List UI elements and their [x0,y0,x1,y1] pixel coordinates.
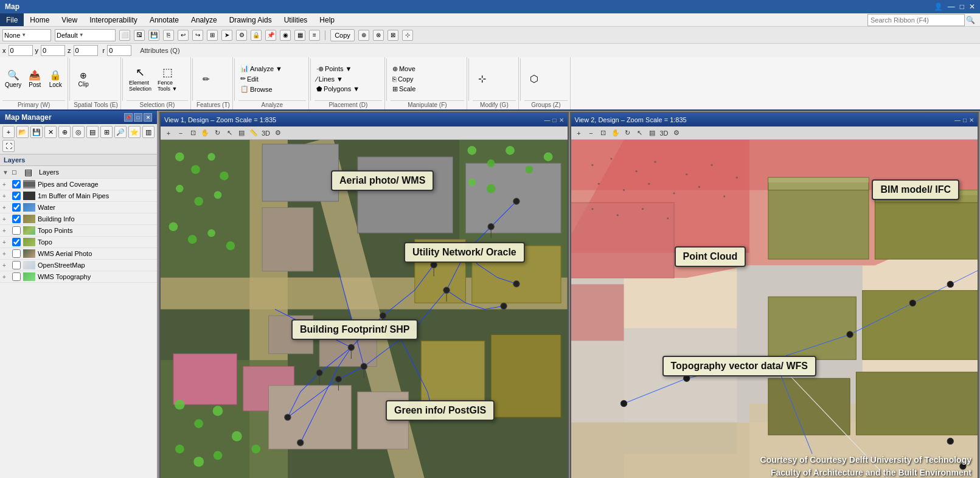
menu-utilities[interactable]: Utilities [278,13,314,26]
ribbon-search-input[interactable] [867,14,965,26]
v2-zoom-in[interactable]: + [574,128,585,139]
toolbar-more-1[interactable]: ⊕ [358,30,369,41]
z-input[interactable]: 0 [74,45,98,56]
lines-btn[interactable]: ⁄ Lines ▼ [315,75,361,83]
menu-help[interactable]: Help [313,13,341,26]
layer-item-topo[interactable]: + Topo [0,237,157,248]
scale-btn[interactable]: ⊞ Scale [391,85,418,94]
view2-close[interactable]: ✕ [969,117,974,123]
layer-tool-10[interactable]: ⭐ [128,126,141,138]
post-button[interactable]: 📤 Post [25,68,44,89]
toolbar-icon-7[interactable]: ⊞ [207,30,218,41]
layer-tool-8[interactable]: ⊞ [100,126,113,138]
edit-btn[interactable]: ✏ Edit [238,74,284,83]
features-btn-1[interactable]: ✏ [196,73,216,85]
window-controls[interactable]: 👤 — □ ✕ [934,2,975,11]
layer-item-wms-topo[interactable]: + WMS Topography [0,271,157,283]
menu-drawing-aids[interactable]: Drawing Aids [223,13,278,26]
save-layer-btn[interactable]: 💾 [30,126,43,138]
element-selection-button[interactable]: ↖ ElementSelection [127,64,154,93]
view1-content[interactable]: Aerial photo/ WMS Utility Network/ Oracl… [161,140,568,478]
layer-tool-9[interactable]: 🔎 [114,126,127,138]
layer-item-layers[interactable]: ▼ □ ▤ Layers [0,166,157,179]
building-checkbox[interactable] [12,215,21,223]
layer-item-osm[interactable]: + OpenStreetMap [0,260,157,271]
menu-view[interactable]: View [55,13,83,26]
v1-measure[interactable]: 📏 [248,128,259,139]
panel-float-btn[interactable]: □ [134,113,142,122]
query-button[interactable]: 🔍 Query [2,68,24,89]
toolbar-icon-9[interactable]: ⚙ [236,30,247,41]
pipes-checkbox[interactable] [12,180,21,189]
none-dropdown[interactable]: None ▼ [2,29,51,41]
toolbar-icon-2[interactable]: 🖫 [134,30,145,41]
v2-layers[interactable]: ▤ [647,128,658,139]
v1-settings[interactable]: ⚙ [273,128,283,139]
new-layer-btn[interactable]: + [2,126,15,138]
layer-item-topo-points[interactable]: + Topo Points [0,225,157,237]
maximize-btn[interactable]: □ [960,2,964,11]
minimize-btn[interactable]: — [948,2,955,11]
buffer-checkbox[interactable] [12,192,21,200]
default-dropdown[interactable]: Default ▼ [55,29,116,41]
layer-item-pipes[interactable]: + Pipes and Coverage [0,179,157,190]
copy-btn-ribbon[interactable]: ⎘ Copy [391,75,418,83]
panel-close-btn[interactable]: ✕ [144,113,152,122]
v2-rotate[interactable]: ↻ [622,128,633,139]
v1-layers[interactable]: ▤ [236,128,247,139]
menu-annotate[interactable]: Annotate [144,13,185,26]
toolbar-more-4[interactable]: ⊹ [402,30,413,41]
water-checkbox[interactable] [12,203,21,212]
toolbar-icon-14[interactable]: ≡ [309,30,320,41]
r-input[interactable]: 0 [107,45,131,56]
menu-file[interactable]: File [0,13,24,26]
v2-select[interactable]: ↖ [634,128,645,139]
view2-content[interactable]: BIM model/ IFC Point Cloud Topography ve… [571,140,978,478]
layer-tool-11[interactable]: ▥ [142,126,155,138]
menu-home[interactable]: Home [24,13,55,26]
view1-minimize[interactable]: — [544,117,550,123]
v2-3d[interactable]: 3D [659,128,670,139]
open-layer-btn[interactable]: 📂 [16,126,29,138]
toolbar-icon-3[interactable]: 💾 [148,30,159,41]
spatial-tool-1[interactable]: ⊕ Clip [74,69,93,89]
lock-button[interactable]: 🔒 Lock [46,68,65,89]
v1-rotate[interactable]: ↻ [212,128,223,139]
toolbar-icon-4[interactable]: ⎘ [163,30,174,41]
user-icon[interactable]: 👤 [934,2,943,11]
osm-checkbox[interactable] [12,261,21,269]
toolbar-icon-10[interactable]: 🔒 [251,30,262,41]
layer-item-wms-aerial[interactable]: + WMS Aerial Photo [0,248,157,260]
toolbar-icon-1[interactable]: ⬜ [119,30,130,41]
panel-pin-btn[interactable]: 📌 [124,113,133,122]
delete-layer-btn[interactable]: ✕ [44,126,57,138]
v2-zoom-out[interactable]: − [586,128,597,139]
toolbar-icon-12[interactable]: ◉ [280,30,291,41]
layer-tool-12[interactable]: ⛶ [2,140,15,152]
wms-aerial-checkbox[interactable] [12,249,21,258]
polygons-btn[interactable]: ⬟ Polygons ▼ [315,85,361,94]
layer-item-buffer[interactable]: + 1m Buffer of Main Pipes [0,190,157,202]
modify-btn-1[interactable]: ⊹ [473,72,492,86]
x-input[interactable]: 0 [9,45,33,56]
toolbar-more-3[interactable]: ⊠ [387,30,398,41]
layer-tool-7[interactable]: ▤ [86,126,99,138]
toolbar-icon-5[interactable]: ↩ [178,30,189,41]
toolbar-icon-13[interactable]: ▦ [294,30,305,41]
view2-minimize[interactable]: — [954,117,961,123]
layer-item-building[interactable]: + Building Info [0,213,157,225]
v1-select[interactable]: ↖ [224,128,235,139]
view2-restore[interactable]: □ [963,117,967,123]
menu-interoperability[interactable]: Interoperability [83,13,144,26]
v1-zoom-out[interactable]: − [175,128,186,139]
layer-item-water[interactable]: + Water [0,202,157,213]
topo-checkbox[interactable] [12,238,21,246]
groups-btn-1[interactable]: ⬡ [524,72,544,86]
points-btn[interactable]: ·⊕ Points ▼ [315,64,361,74]
toolbar-icon-8[interactable]: ➤ [221,30,232,41]
topo-points-checkbox[interactable] [12,226,21,235]
layer-tool-5[interactable]: ⊕ [58,126,71,138]
view1-restore[interactable]: □ [552,117,556,123]
copy-button[interactable]: Copy [330,29,355,41]
y-input[interactable]: 0 [41,45,65,56]
